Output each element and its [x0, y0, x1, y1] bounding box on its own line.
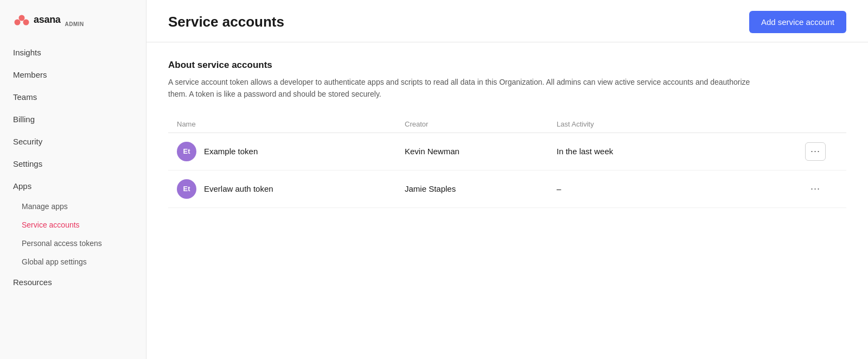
asana-icon: [13, 11, 30, 28]
sidebar-item-apps[interactable]: Apps: [0, 175, 146, 197]
main-content: Service accounts Add service account Abo…: [146, 0, 868, 359]
about-section: About service accounts A service account…: [168, 60, 846, 100]
token-name-1: Example token: [204, 147, 258, 156]
sidebar-subitem-service-accounts[interactable]: Service accounts: [0, 216, 146, 234]
last-activity-1: In the last week: [557, 147, 805, 156]
svg-point-1: [15, 20, 21, 26]
main-header: Service accounts Add service account: [146, 0, 868, 42]
admin-badge: ADMIN: [65, 21, 84, 27]
asana-logo: asana ADMIN: [13, 11, 84, 28]
creator-1: Kevin Newman: [405, 147, 557, 156]
page-title: Service accounts: [168, 14, 284, 30]
main-nav: Insights Members Teams Billing Security …: [0, 41, 146, 293]
sidebar-item-insights[interactable]: Insights: [0, 41, 146, 64]
avatar-2: Et: [177, 179, 196, 199]
about-description: A service account token allows a develop…: [168, 76, 765, 100]
main-body: About service accounts A service account…: [146, 42, 868, 225]
svg-point-2: [23, 20, 29, 26]
sidebar-item-members[interactable]: Members: [0, 64, 146, 86]
col-actions: [805, 120, 838, 128]
sidebar-subitem-manage-apps[interactable]: Manage apps: [0, 197, 146, 216]
token-name-2: Everlaw auth token: [204, 184, 273, 193]
sidebar-item-settings[interactable]: Settings: [0, 153, 146, 175]
avatar-1: Et: [177, 142, 196, 161]
service-accounts-table: Name Creator Last Activity Et Example to…: [168, 116, 846, 208]
col-name: Name: [177, 120, 405, 128]
table-row: Et Everlaw auth token Jamie Staples – ··…: [168, 171, 846, 208]
logo-area: asana ADMIN: [0, 0, 146, 41]
sidebar-subitem-personal-access-tokens[interactable]: Personal access tokens: [0, 234, 146, 253]
table-header: Name Creator Last Activity: [168, 116, 846, 133]
more-options-button-1[interactable]: ···: [805, 142, 826, 161]
token-name-cell-1: Et Example token: [177, 142, 405, 161]
col-creator: Creator: [405, 120, 557, 128]
sidebar-item-teams[interactable]: Teams: [0, 86, 146, 108]
sidebar: asana ADMIN Insights Members Teams Billi…: [0, 0, 146, 359]
creator-2: Jamie Staples: [405, 184, 557, 193]
add-service-account-button[interactable]: Add service account: [749, 11, 846, 33]
asana-wordmark: asana: [34, 14, 61, 26]
last-activity-2: –: [557, 184, 805, 193]
sidebar-subitem-global-app-settings[interactable]: Global app settings: [0, 253, 146, 271]
sidebar-item-resources[interactable]: Resources: [0, 271, 146, 293]
about-title: About service accounts: [168, 60, 846, 71]
sidebar-item-billing[interactable]: Billing: [0, 108, 146, 130]
token-name-cell-2: Et Everlaw auth token: [177, 179, 405, 199]
svg-point-0: [19, 15, 25, 21]
table-row: Et Example token Kevin Newman In the las…: [168, 133, 846, 171]
col-last-activity: Last Activity: [557, 120, 805, 128]
more-options-button-2[interactable]: ···: [805, 180, 826, 198]
sidebar-item-security[interactable]: Security: [0, 130, 146, 153]
